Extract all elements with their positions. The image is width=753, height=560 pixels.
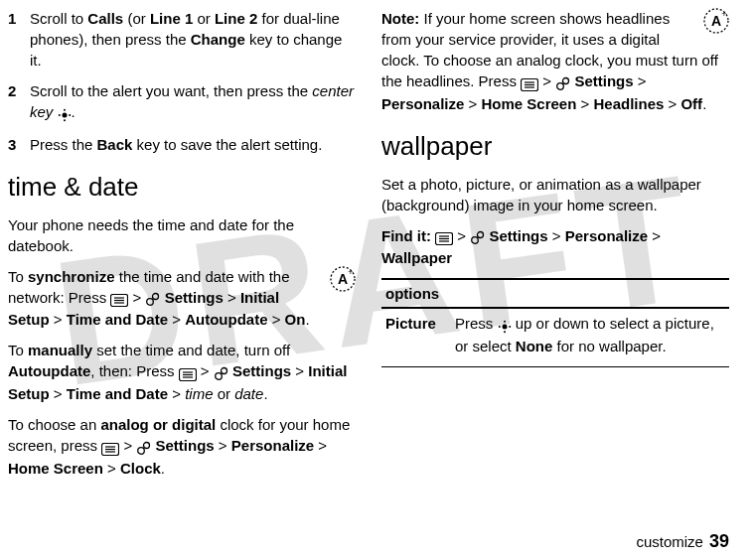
svg-text:A: A xyxy=(338,271,348,287)
svg-point-33 xyxy=(557,82,564,89)
heading-time-date: time & date xyxy=(8,169,356,205)
label-back: Back xyxy=(97,136,133,153)
label-settings: Settings xyxy=(574,72,633,89)
options-row: Picture Press up or down to select a pic… xyxy=(381,309,729,366)
page-footer: customize39 xyxy=(636,531,729,552)
text: for no wallpaper. xyxy=(552,338,666,354)
note-label: Note: xyxy=(381,10,424,27)
text: . xyxy=(702,95,706,112)
italic-time: time xyxy=(185,385,213,402)
bold-synchronize: synchronize xyxy=(28,268,115,285)
text: To xyxy=(8,342,28,358)
text: To xyxy=(8,268,28,285)
svg-point-41 xyxy=(502,324,507,329)
step-body: Scroll to the alert you want, then press… xyxy=(30,80,356,124)
right-column: A+ Note: If your home screen shows headl… xyxy=(376,8,729,512)
gt: > xyxy=(168,311,185,328)
label-on: On xyxy=(285,311,306,328)
label-change: Change xyxy=(191,31,245,48)
step-body: Scroll to Calls (or Line 1 or Line 2 for… xyxy=(30,8,356,70)
text: or xyxy=(214,385,235,402)
svg-point-44 xyxy=(498,326,500,328)
gear-icon xyxy=(136,437,151,458)
gt: > xyxy=(314,437,327,454)
svg-point-43 xyxy=(504,331,506,333)
menu-key-icon xyxy=(435,226,453,247)
svg-point-18 xyxy=(216,373,223,380)
label-time-and-date: Time and Date xyxy=(67,311,168,328)
gear-icon xyxy=(470,226,485,247)
svg-point-24 xyxy=(138,447,145,454)
a-plus-icon: A+ xyxy=(703,8,729,36)
step-2: 2 Scroll to the alert you want, then pre… xyxy=(8,80,356,124)
gt: > xyxy=(664,95,680,112)
label-clock: Clock xyxy=(120,460,161,477)
wallpaper-intro: Set a photo, picture, or animation as a … xyxy=(381,174,729,215)
label-home-screen: Home Screen xyxy=(481,95,576,112)
gear-icon xyxy=(145,288,160,309)
gt: > xyxy=(453,227,470,244)
text: To choose an xyxy=(8,416,100,433)
gt: > xyxy=(224,289,240,306)
menu-key-icon xyxy=(179,362,197,383)
text: . xyxy=(305,311,309,328)
bold-manually: manually xyxy=(28,342,92,358)
svg-point-40 xyxy=(478,232,484,238)
gt: > xyxy=(648,227,661,244)
step-1: 1 Scroll to Calls (or Line 1 or Line 2 f… xyxy=(8,8,356,70)
svg-point-39 xyxy=(472,237,479,244)
svg-point-45 xyxy=(509,326,511,328)
svg-point-1 xyxy=(64,108,66,110)
label-personalize: Personalize xyxy=(381,95,464,112)
label-autoupdate: Autoupdate xyxy=(8,362,90,379)
label-settings: Settings xyxy=(489,227,547,244)
clock-para: To choose an analog or digital clock for… xyxy=(8,414,356,479)
step-3: 3 Press the Back key to save the alert s… xyxy=(8,134,356,155)
gt: > xyxy=(267,311,284,328)
gt: > xyxy=(576,95,593,112)
svg-text:A: A xyxy=(711,13,721,29)
step-number: 1 xyxy=(8,8,30,70)
label-wallpaper: Wallpaper xyxy=(381,249,452,266)
svg-point-13 xyxy=(153,294,159,300)
text: . xyxy=(72,103,75,120)
options-table: options Picture Press up or down to sele… xyxy=(381,278,729,367)
center-key-icon xyxy=(58,103,72,124)
gt: > xyxy=(103,460,120,477)
svg-point-42 xyxy=(504,321,506,323)
svg-point-19 xyxy=(221,367,226,373)
section-name: customize xyxy=(636,533,703,550)
label-home-screen: Home Screen xyxy=(8,460,103,477)
gt: > xyxy=(168,385,185,402)
gt: > xyxy=(50,311,67,328)
text: . xyxy=(263,385,267,402)
text: (or xyxy=(123,10,150,27)
text: Press xyxy=(455,315,498,332)
text: key to save the alert setting. xyxy=(132,136,322,153)
step-number: 3 xyxy=(8,134,30,155)
find-it-para: Find it: > Settings > Personalize > Wall… xyxy=(381,225,729,269)
svg-point-12 xyxy=(147,299,154,306)
center-key-icon xyxy=(498,315,512,336)
menu-key-icon xyxy=(101,437,119,458)
option-name: Picture xyxy=(385,313,455,356)
label-settings: Settings xyxy=(156,437,215,454)
option-value: Press up or down to select a picture, or… xyxy=(455,313,725,356)
manual-para: To manually set the time and date, turn … xyxy=(8,340,356,404)
left-column: 1 Scroll to Calls (or Line 1 or Line 2 f… xyxy=(8,8,356,512)
time-date-intro: Your phone needs the time and date for t… xyxy=(8,214,356,256)
italic-date: date xyxy=(234,385,263,402)
gt: > xyxy=(548,227,565,244)
svg-text:+: + xyxy=(348,267,353,277)
text: , then: Press xyxy=(90,362,178,379)
gt: > xyxy=(128,289,145,306)
label-personalize: Personalize xyxy=(231,437,314,454)
label-off: Off xyxy=(680,95,702,112)
gt: > xyxy=(464,95,481,112)
label-headlines: Headlines xyxy=(593,95,664,112)
text: . xyxy=(161,460,165,477)
label-line2: Line 2 xyxy=(215,10,257,27)
text: set the time and date, turn off xyxy=(92,342,290,358)
label-none: None xyxy=(516,338,553,354)
svg-point-0 xyxy=(62,112,67,117)
